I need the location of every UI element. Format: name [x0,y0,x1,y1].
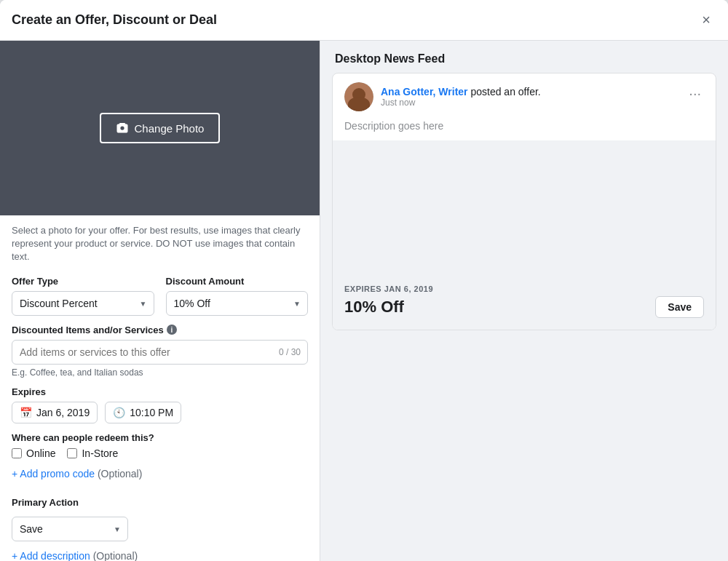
offer-bottom-row: 10% Off Save [344,296,704,318]
items-input[interactable] [12,340,308,365]
camera-icon [116,122,129,135]
change-photo-button[interactable]: Change Photo [100,113,221,143]
offer-discount: 10% Off [344,298,404,317]
more-options-button[interactable]: ··· [686,82,704,105]
post-time: Just now [381,98,541,108]
discount-amount-group: Discount Amount 10% Off 20% Off 30% Off … [166,276,309,316]
modal-title: Create an Offer, Discount or Deal [12,12,217,28]
avatar-face [344,82,373,111]
discount-amount-select[interactable]: 10% Off 20% Off 30% Off 50% Off [166,291,309,316]
time-input[interactable]: 🕙 10:10 PM [105,402,181,423]
modal-header: Create an Offer, Discount or Deal × [0,0,728,41]
change-photo-label: Change Photo [135,122,205,135]
date-text: Jan 6, 2019 [36,407,90,418]
save-offer-button[interactable]: Save [655,296,704,318]
instore-checkbox-label[interactable]: In-Store [67,447,118,459]
items-info-icon[interactable]: i [167,325,177,335]
expires-row: 📅 Jan 6, 2019 🕙 10:10 PM [12,402,308,423]
add-description-link[interactable]: + Add description (Optional) [12,550,138,561]
expires-preview-label: EXPIRES JAN 6, 2019 [344,285,704,293]
items-label: Discounted Items and/or Services i [12,325,308,335]
redeem-label: Where can people redeem this? [12,432,308,443]
primary-action-select[interactable]: Save Learn More Get Offer [12,517,128,541]
calendar-icon: 📅 [20,407,32,418]
close-button[interactable]: × [696,9,716,31]
desc-optional-text: (Optional) [93,550,138,561]
author-name[interactable]: Ana Gotter, Writer [381,86,468,98]
online-label: Online [26,447,55,459]
preview-post-header: Ana Gotter, Writer posted an offer. Just… [333,73,716,117]
photo-area: Change Photo [0,41,320,215]
expires-label: Expires [12,386,308,397]
online-checkbox-label[interactable]: Online [12,447,55,459]
char-count: 0 / 30 [279,347,301,357]
promo-optional-text: (Optional) [98,468,142,480]
discount-amount-label: Discount Amount [166,276,309,287]
primary-action-select-wrapper: Save Learn More Get Offer ▼ [12,517,128,541]
offer-type-select-wrapper: Discount Percent Discount Amount Free It… [12,291,154,316]
instore-label: In-Store [82,447,118,459]
primary-action-label: Primary Action [12,497,308,508]
offer-type-label: Offer Type [12,276,154,287]
online-checkbox[interactable] [12,448,22,458]
preview-header: Desktop News Feed [320,41,728,73]
expires-section: Expires 📅 Jan 6, 2019 🕙 10:10 PM [12,386,308,423]
offer-type-select[interactable]: Discount Percent Discount Amount Free It… [12,291,154,316]
redeem-section: Where can people redeem this? Online In-… [12,432,308,459]
time-text: 10:10 PM [130,407,173,418]
left-panel: Change Photo Select a photo for your off… [0,41,320,561]
author-name-row: Ana Gotter, Writer posted an offer. [381,86,541,98]
author-row: Ana Gotter, Writer posted an offer. Just… [344,82,541,111]
add-promo-link[interactable]: + Add promo code (Optional) [12,468,142,480]
offer-type-row: Offer Type Discount Percent Discount Amo… [12,276,308,316]
items-hint: E.g. Coffee, tea, and Italian sodas [12,367,308,378]
add-promo-section: + Add promo code (Optional) [12,468,308,488]
post-action: posted an offer. [470,86,540,98]
avatar [344,82,373,111]
items-group: Discounted Items and/or Services i 0 / 3… [12,325,308,378]
redeem-checkbox-row: Online In-Store [12,447,308,459]
offer-type-group: Offer Type Discount Percent Discount Amo… [12,276,154,316]
left-content: Select a photo for your offer. For best … [0,215,320,561]
right-panel: Desktop News Feed Ana Gotter, Writer pos… [320,41,728,561]
clock-icon: 🕙 [113,407,125,418]
modal-body: Change Photo Select a photo for your off… [0,41,728,561]
preview-offer-area: EXPIRES JAN 6, 2019 10% Off Save [333,140,716,330]
modal: Create an Offer, Discount or Deal × Chan… [0,0,728,561]
discount-amount-select-wrapper: 10% Off 20% Off 30% Off 50% Off ▼ [166,291,309,316]
author-info: Ana Gotter, Writer posted an offer. Just… [381,86,541,108]
preview-card: Ana Gotter, Writer posted an offer. Just… [332,73,716,330]
date-input[interactable]: 📅 Jan 6, 2019 [12,402,98,423]
primary-action-section: Primary Action Save Learn More Get Offer… [12,497,308,541]
items-input-wrapper: 0 / 30 [12,340,308,365]
photo-hint: Select a photo for your offer. For best … [12,224,308,264]
preview-description: Description goes here [333,117,716,140]
instore-checkbox[interactable] [67,448,77,458]
